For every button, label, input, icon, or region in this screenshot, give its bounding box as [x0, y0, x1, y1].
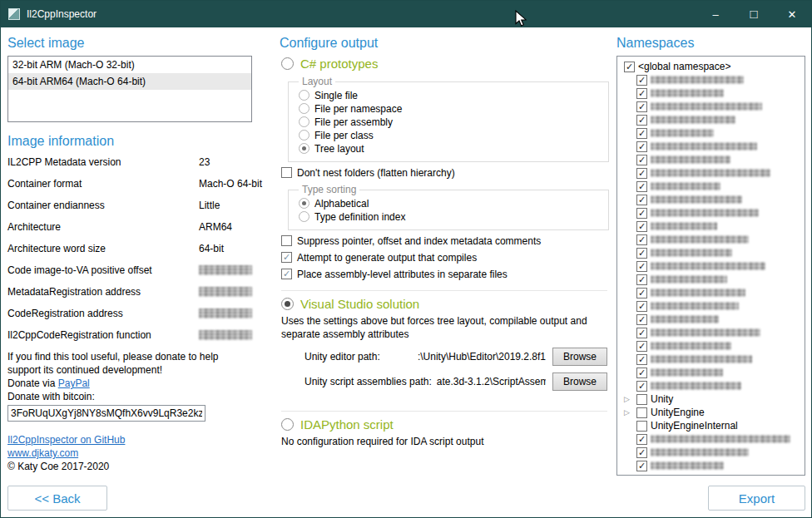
radio-tree-layout[interactable]: Tree layout	[299, 142, 608, 155]
visual-studio-solution-radio[interactable]: Visual Studio solution	[281, 296, 609, 311]
checkbox-checked-icon[interactable]: ✓	[636, 434, 647, 445]
namespace-item-redacted[interactable]: ✓	[624, 180, 803, 193]
checkbox-checked-icon[interactable]: ✓	[636, 261, 647, 272]
title-bar[interactable]: Il2CppInspector – □ ✕	[1, 1, 811, 27]
namespace-item-redacted[interactable]: ✓	[624, 273, 803, 286]
namespace-item-redacted[interactable]: ✓	[624, 446, 803, 459]
info-row: Container format Mach-O 64-bit	[7, 175, 252, 197]
namespace-item-unityengine[interactable]: ▷ UnityEngine	[624, 406, 803, 419]
idapython-script-radio[interactable]: IDAPython script	[281, 417, 609, 432]
flatten-hierarchy-checkbox[interactable]: Don't nest folders (flatten hierarchy)	[281, 166, 609, 179]
namespace-tree[interactable]: ✓ <global namespace> ✓✓✓✓✓✓✓✓✓✓✓✓✓✓✓✓✓✓✓…	[616, 56, 805, 476]
namespace-item-redacted[interactable]: ✓	[624, 166, 803, 180]
github-link[interactable]: Il2CppInspector on GitHub	[7, 434, 125, 446]
checkbox-checked-icon[interactable]: ✓	[636, 195, 647, 205]
namespace-item-redacted[interactable]: ✓	[624, 353, 803, 366]
namespace-item-redacted[interactable]: ✓	[624, 140, 803, 153]
expander-icon[interactable]: ▷	[624, 409, 633, 417]
suppress-comments-checkbox[interactable]: Suppress pointer, offset and index metad…	[281, 234, 609, 247]
checkbox-checked-icon[interactable]: ✓	[636, 314, 647, 325]
namespace-item-redacted[interactable]: ✓	[624, 286, 803, 299]
radio-file-per-assembly[interactable]: File per assembly	[299, 116, 608, 128]
namespace-item-redacted[interactable]: ✓	[624, 366, 803, 379]
checkbox-checked-icon[interactable]: ✓	[636, 75, 647, 86]
paypal-link[interactable]: PayPal	[58, 377, 90, 389]
namespace-item-global[interactable]: ✓ <global namespace>	[624, 60, 803, 73]
namespace-item-redacted[interactable]: ✓	[624, 313, 803, 326]
info-row: Il2CppCodeRegistration function	[7, 327, 252, 348]
namespace-item-redacted[interactable]: ✓	[624, 233, 803, 246]
checkbox-checked-icon[interactable]: ✓	[636, 274, 647, 285]
namespace-item-redacted[interactable]: ✓	[624, 193, 803, 206]
namespace-item-redacted[interactable]: ✓	[624, 299, 803, 313]
checkbox-checked-icon[interactable]: ✓	[636, 248, 647, 259]
bitcoin-address-input[interactable]	[7, 405, 205, 422]
maximize-button[interactable]: □	[735, 1, 773, 27]
namespace-item-unity[interactable]: ▷ Unity	[624, 392, 803, 406]
namespace-item-redacted[interactable]: ✓	[624, 459, 803, 472]
radio-type-definition-index[interactable]: Type definition index	[299, 210, 608, 223]
export-button[interactable]: Export	[708, 486, 805, 511]
checkbox-checked-icon[interactable]: ✓	[636, 288, 647, 298]
namespace-item-redacted[interactable]: ✓	[624, 339, 803, 353]
checkbox-checked-icon[interactable]: ✓	[636, 181, 647, 192]
checkbox-checked-icon[interactable]: ✓	[636, 447, 647, 458]
namespace-item-redacted[interactable]: ✓	[624, 126, 803, 140]
namespace-item-redacted[interactable]: ✓	[624, 259, 803, 273]
checkbox-checked-icon[interactable]: ✓	[636, 168, 647, 179]
checkbox-checked-icon[interactable]: ✓	[636, 208, 647, 219]
checkbox-checked-icon[interactable]: ✓	[636, 128, 647, 139]
close-button[interactable]: ✕	[773, 1, 811, 27]
namespace-item-redacted[interactable]: ✓	[624, 379, 803, 392]
image-option-64bit[interactable]: 64-bit ARM64 (Mach-O 64-bit)	[8, 73, 251, 90]
radio-checked-icon	[299, 143, 309, 154]
website-link[interactable]: www.djkaty.com	[7, 447, 78, 459]
unity-editor-path-value[interactable]: :\Unity\Hub\Editor\2019.2.8f1	[385, 351, 546, 363]
namespace-item-redacted[interactable]: ✓	[624, 73, 803, 86]
checkbox-checked-icon[interactable]: ✓	[636, 155, 647, 165]
radio-file-per-namespace[interactable]: File per namespace	[299, 102, 608, 115]
namespace-item-redacted[interactable]: ✓	[624, 432, 803, 446]
back-button[interactable]: << Back	[7, 486, 107, 511]
csharp-prototypes-radio[interactable]: C# prototypes	[281, 56, 609, 71]
browse-editor-path-button[interactable]: Browse	[552, 348, 607, 366]
checkbox-icon[interactable]	[636, 407, 647, 418]
checkbox-icon[interactable]	[636, 394, 647, 405]
namespace-item-redacted[interactable]: ✓	[624, 113, 803, 126]
donate-text: If you find this tool useful, please don…	[7, 350, 250, 377]
checkbox-checked-icon[interactable]: ✓	[636, 328, 647, 338]
image-option-32bit[interactable]: 32-bit ARM (Mach-O 32-bit)	[8, 57, 251, 73]
namespace-item-redacted[interactable]: ✓	[624, 153, 803, 166]
browse-assemblies-path-button[interactable]: Browse	[552, 372, 607, 391]
checkbox-checked-icon[interactable]: ✓	[636, 301, 647, 312]
checkbox-checked-icon[interactable]: ✓	[636, 115, 647, 126]
script-assemblies-path-value[interactable]: ate.3d-3.1.2\ScriptAssemblies	[437, 376, 546, 387]
checkbox-checked-icon[interactable]: ✓	[636, 461, 647, 471]
namespace-item-redacted[interactable]: ✓	[624, 246, 803, 259]
separate-attributes-checkbox[interactable]: ✓ Place assembly-level attributes in sep…	[281, 268, 609, 280]
checkbox-checked-icon[interactable]: ✓	[636, 354, 647, 365]
checkbox-checked-icon[interactable]: ✓	[636, 101, 647, 112]
checkbox-checked-icon[interactable]: ✓	[636, 221, 647, 232]
checkbox-checked-icon[interactable]: ✓	[624, 62, 635, 72]
radio-single-file[interactable]: Single file	[299, 89, 608, 101]
radio-file-per-class[interactable]: File per class	[299, 129, 608, 141]
namespace-item-redacted[interactable]: ✓	[624, 220, 803, 233]
checkbox-checked-icon[interactable]: ✓	[636, 234, 647, 245]
namespace-item-redacted[interactable]: ✓	[624, 100, 803, 113]
expander-icon[interactable]: ▷	[624, 396, 633, 403]
compilable-output-checkbox[interactable]: ✓ Attempt to generate output that compil…	[281, 251, 609, 264]
checkbox-icon[interactable]	[636, 421, 647, 432]
minimize-button[interactable]: –	[696, 1, 735, 27]
image-listbox[interactable]: 32-bit ARM (Mach-O 32-bit) 64-bit ARM64 …	[7, 56, 252, 122]
namespace-item-redacted[interactable]: ✓	[624, 206, 803, 220]
checkbox-checked-icon[interactable]: ✓	[636, 368, 647, 378]
checkbox-checked-icon[interactable]: ✓	[636, 141, 647, 152]
checkbox-checked-icon[interactable]: ✓	[636, 381, 647, 392]
namespace-item-unityengineinternal[interactable]: UnityEngineInternal	[624, 419, 803, 432]
radio-alphabetical[interactable]: Alphabetical	[299, 197, 608, 210]
namespace-item-redacted[interactable]: ✓	[624, 326, 803, 339]
checkbox-checked-icon[interactable]: ✓	[636, 341, 647, 352]
namespace-item-redacted[interactable]: ✓	[624, 86, 803, 100]
checkbox-checked-icon[interactable]: ✓	[636, 88, 647, 99]
